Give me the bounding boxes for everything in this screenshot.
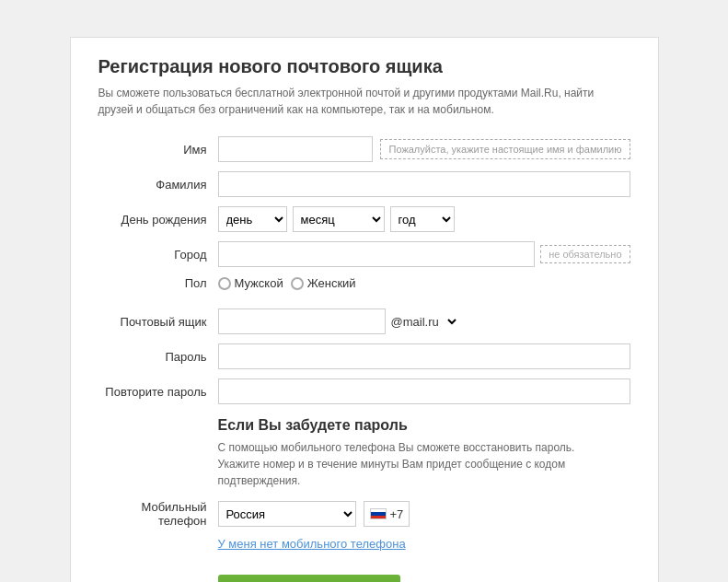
form-container: Регистрация нового почтового ящика Вы см… [70, 37, 659, 582]
bottom-section: Зарегистрироваться Нажимая кнопку «Зарег… [218, 560, 630, 582]
city-field-wrapper: не обязательно [218, 241, 630, 267]
dob-year-select[interactable]: год [390, 206, 455, 232]
flag-icon [370, 508, 387, 519]
lastname-input[interactable] [218, 171, 630, 197]
page-subtitle: Вы сможете пользоваться бесплатной элект… [98, 85, 630, 118]
at-domain-text: @mail.ru [391, 315, 439, 329]
gender-male-radio[interactable] [218, 277, 231, 290]
recovery-title: Если Вы забудете пароль [218, 417, 630, 434]
mailbox-row: Почтовый ящик @mail.ru [98, 308, 630, 334]
gender-female-label: Женский [307, 276, 356, 290]
no-phone-link[interactable]: У меня нет мобильного телефона [218, 537, 630, 551]
recovery-desc-line2: Укажите номер и в течение минуты Вам при… [218, 458, 566, 487]
optional-label: не обязательно [540, 245, 630, 263]
page-title: Регистрация нового почтового ящика [98, 56, 630, 77]
gender-label: Пол [98, 276, 218, 290]
name-hint: Пожалуйста, укажите настоящие имя и фами… [380, 139, 630, 159]
gender-female-option[interactable]: Женский [291, 276, 356, 290]
dob-selects: день месяц год [218, 206, 455, 232]
phone-row: Мобильный телефон Россия +7 [98, 500, 630, 528]
password-label: Пароль [98, 350, 218, 364]
recovery-section: Если Вы забудете пароль С помощью мобиль… [218, 417, 630, 551]
country-select[interactable]: Россия [218, 501, 356, 527]
gender-male-option[interactable]: Мужской [218, 276, 283, 290]
name-input[interactable] [218, 136, 374, 162]
dob-day-select[interactable]: день [218, 206, 287, 232]
phone-field-wrapper: Россия +7 [218, 501, 410, 527]
name-row: Имя Пожалуйста, укажите настоящие имя и … [98, 136, 630, 162]
lastname-field [218, 171, 630, 197]
dob-label: День рождения [98, 213, 218, 227]
password-input[interactable] [218, 343, 630, 369]
repeat-password-row: Повторите пароль [98, 378, 630, 404]
city-label: Город [98, 248, 218, 262]
recovery-desc-line1: С помощью мобильного телефона Вы сможете… [218, 441, 575, 454]
mailbox-field-wrapper: @mail.ru [218, 308, 459, 334]
domain-select[interactable] [441, 308, 459, 334]
phone-label: Мобильный телефон [98, 500, 218, 528]
repeat-password-input[interactable] [218, 378, 630, 404]
gender-male-label: Мужской [235, 276, 283, 290]
repeat-password-label: Повторите пароль [98, 385, 218, 399]
password-row: Пароль [98, 343, 630, 369]
phone-input-wrapper: +7 [364, 501, 410, 527]
dob-row: День рождения день месяц год [98, 206, 630, 232]
lastname-label: Фамилия [98, 178, 218, 192]
page-wrapper: Регистрация нового почтового ящика Вы см… [18, 18, 710, 582]
repeat-password-field [218, 378, 630, 404]
lastname-row: Фамилия [98, 171, 630, 197]
name-label: Имя [98, 143, 218, 157]
dob-month-select[interactable]: месяц [293, 206, 385, 232]
name-field-wrapper: Пожалуйста, укажите настоящие имя и фами… [218, 136, 630, 162]
gender-options: Мужской Женский [218, 276, 356, 290]
gender-female-radio[interactable] [291, 277, 304, 290]
gender-row: Пол Мужской Женский [98, 276, 630, 290]
mailbox-label: Почтовый ящик [98, 315, 218, 329]
password-field [218, 343, 630, 369]
recovery-desc: С помощью мобильного телефона Вы сможете… [218, 439, 630, 489]
city-row: Город не обязательно [98, 241, 630, 267]
spacer1 [98, 299, 630, 308]
mailbox-input[interactable] [218, 308, 386, 334]
register-button[interactable]: Зарегистрироваться [218, 575, 400, 582]
city-input[interactable] [218, 241, 536, 267]
phone-code: +7 [390, 507, 404, 521]
at-domain: @mail.ru [391, 308, 459, 334]
